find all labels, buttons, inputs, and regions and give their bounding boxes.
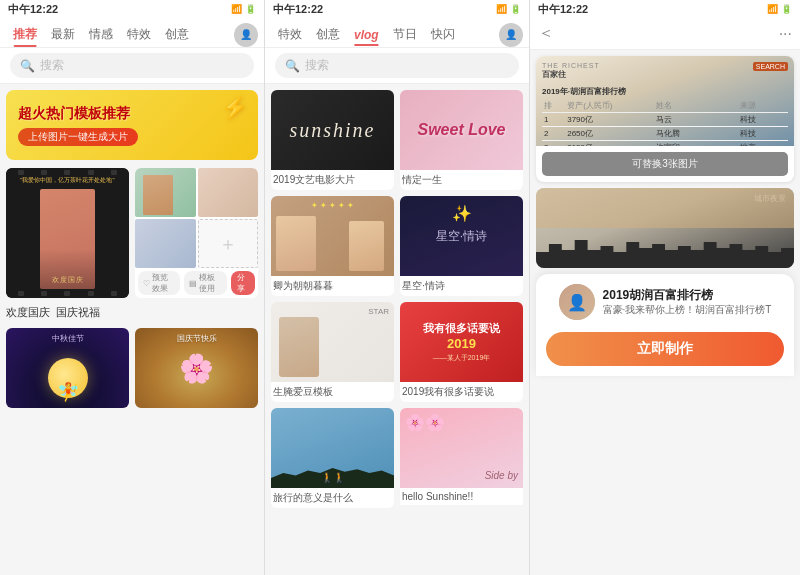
template-travel[interactable]: 🚶🚶 旅行的意义是什么 <box>271 408 394 508</box>
wealth-3: 2100亿 <box>565 141 654 147</box>
search-icon-1: 🔍 <box>20 59 35 73</box>
film-card[interactable]: 欢度国庆 "我爱你中国，亿万茶叶花开处处地" <box>6 168 129 298</box>
richest-table: 排 资产(人民币) 姓名 来源 1 3790亿 马云 科技 <box>542 99 788 146</box>
bottom-sheet-title: 2019胡润百富排行榜 <box>603 287 772 304</box>
sky-gradient <box>536 188 794 228</box>
template-grid-1: sunshine 2019文艺电影大片 Sweet Love 情定一生 <box>271 90 523 190</box>
name-1: 马云 <box>654 113 738 127</box>
tab-recommend[interactable]: 推荐 <box>6 22 44 47</box>
film-hole <box>18 291 24 296</box>
multi-photo-grid: ＋ <box>135 168 258 268</box>
replace-button[interactable]: 可替换3张图片 <box>542 152 788 176</box>
tab-latest[interactable]: 最新 <box>44 22 82 47</box>
template-sweetlove[interactable]: Sweet Love 情定一生 <box>400 90 523 190</box>
card-row-1: 欢度国庆 "我爱你中国，亿万茶叶花开处处地" <box>6 168 258 298</box>
tab-special[interactable]: 特效 <box>120 22 158 47</box>
template-label-travel: 旅行的意义是什么 <box>271 488 394 508</box>
share-btn[interactable]: 分享 <box>231 271 255 295</box>
star-deco: ✨ <box>452 204 472 223</box>
richest-table-preview: 2019年·胡润百富排行榜 排 资产(人民币) 姓名 来源 <box>542 86 788 146</box>
tab-special-2[interactable]: 特效 <box>271 22 309 47</box>
template-label: 模板使用 <box>199 272 222 294</box>
col-industry: 来源 <box>738 99 788 113</box>
status-bar-2: 中午12:22 📶 🔋 <box>265 0 529 18</box>
panel-1: 中午12:22 📶 🔋 推荐 最新 情感 特效 创意 👤 🔍 搜索 ⚡ 超火热门… <box>0 0 265 575</box>
battery-icon-3: 🔋 <box>781 4 792 14</box>
search-placeholder-2: 搜索 <box>305 57 329 74</box>
add-to-collection-btn[interactable]: ♡ 预览效果 <box>138 271 180 295</box>
table-header-row: 排 资产(人民币) 姓名 来源 <box>542 99 788 113</box>
string-lights: ✦ ✦ ✦ ✦ ✦ <box>271 201 394 210</box>
make-now-button[interactable]: 立即制作 <box>546 332 784 366</box>
search-input-2[interactable]: 🔍 搜索 <box>275 53 519 78</box>
film-overlay-text: 欢度国庆 <box>40 275 95 285</box>
template-hello-sunshine[interactable]: 🌸🌸 Side by hello Sunshine!! <box>400 408 523 508</box>
banner-card[interactable]: ⚡ 超火热门模板推荐 上传图片一键生成大片 <box>6 90 258 160</box>
tab-create[interactable]: 创意 <box>158 22 196 47</box>
portrait-morning <box>276 216 316 271</box>
back-button[interactable]: ＜ <box>538 23 554 44</box>
wealth-1: 3790亿 <box>565 113 654 127</box>
industry-3: 地产 <box>738 141 788 147</box>
richest-table-body: 1 3790亿 马云 科技 2 2650亿 马化腾 科技 <box>542 113 788 147</box>
card-labels-row: 欢度国庆 国庆祝福 <box>6 302 258 322</box>
sunshine-text: sunshine <box>290 119 376 142</box>
film2-bg: ✦ ✦ ✦ ✦ ✦ <box>271 196 394 276</box>
multi-photo-card[interactable]: ＋ ♡ 预览效果 ▤ 模板使用 分享 <box>135 168 258 298</box>
tab-creative-2[interactable]: 创意 <box>309 22 347 47</box>
film-hole <box>111 291 117 296</box>
richest-year-title: 2019年·胡润百富排行榜 <box>542 86 788 97</box>
banner-title: 超火热门模板推荐 <box>18 105 246 123</box>
battery-icon: 🔋 <box>245 4 256 14</box>
sweet-love-text: Sweet Love <box>417 121 505 139</box>
panel3-content: THE RICHEST 百家往 SEARCH 2019年·胡润百富排行榜 排 资… <box>530 50 800 575</box>
hello-sunshine-text-wrap: Side by <box>485 465 518 483</box>
template-label-hello: hello Sunshine!! <box>400 488 523 505</box>
template-icon: ▤ <box>189 279 197 288</box>
wealth-2: 2650亿 <box>565 127 654 141</box>
time-3: 中午12:22 <box>538 2 588 17</box>
avatar-1[interactable]: 👤 <box>234 23 258 47</box>
template-btn[interactable]: ▤ 模板使用 <box>184 271 227 295</box>
signal-icon: 📶 <box>231 4 242 14</box>
festival-card-1[interactable]: 🧚 中秋佳节 <box>6 328 129 408</box>
avatar-2[interactable]: 👤 <box>499 23 523 47</box>
status-bar-1: 中午12:22 📶 🔋 <box>0 0 264 18</box>
bottom-sheet-desc-text: 富豪·我来帮你上榜！胡润百富排行榜T <box>603 303 772 317</box>
template-label-star: 星空·情诗 <box>400 276 523 296</box>
status-icons-3: 📶 🔋 <box>767 4 792 14</box>
more-button[interactable]: ··· <box>779 25 792 43</box>
words2019-main: 我有很多话要说 <box>423 321 500 335</box>
multi-photo-wrapper: ＋ ♡ 预览效果 ▤ 模板使用 分享 <box>135 168 258 298</box>
tab-emotion[interactable]: 情感 <box>82 22 120 47</box>
name-3: 许家印 <box>654 141 738 147</box>
avatar-icon-1: 👤 <box>240 29 252 40</box>
search-bar-1: 🔍 搜索 <box>0 48 264 84</box>
template-sunshine[interactable]: sunshine 2019文艺电影大片 <box>271 90 394 190</box>
tab-flash[interactable]: 快闪 <box>424 22 462 47</box>
template-star-poetry[interactable]: ✨ 星空·情诗 星空·情诗 <box>400 196 523 296</box>
city-skyline <box>536 228 794 268</box>
template-words2019[interactable]: 我有很多话要说 2019 ——某人于2019年 2019我有很多话要说 <box>400 302 523 402</box>
table-row: 2 2650亿 马化腾 科技 <box>542 127 788 141</box>
cherry-deco: 🌸🌸 <box>405 413 445 432</box>
industry-1: 科技 <box>738 113 788 127</box>
template-morning[interactable]: ✦ ✦ ✦ ✦ ✦ 卿为朝朝暮暮 <box>271 196 394 296</box>
film-strip-bg: 欢度国庆 "我爱你中国，亿万茶叶花开处处地" <box>6 168 129 298</box>
avatar-face: 👤 <box>559 284 595 320</box>
rank-1: 1 <box>542 113 565 127</box>
tab-holiday[interactable]: 节日 <box>386 22 424 47</box>
sweet-love-bg: Sweet Love <box>400 90 523 170</box>
template-avocado[interactable]: STAR 生腌爱豆模板 <box>271 302 394 402</box>
search-input-1[interactable]: 🔍 搜索 <box>10 53 254 78</box>
tab-vlog[interactable]: vlog <box>347 24 386 46</box>
bottom-sheet-user: 👤 2019胡润百富排行榜 富豪·我来帮你上榜！胡润百富排行榜T <box>559 284 772 320</box>
film-hole <box>64 170 70 175</box>
avocado-bg: STAR <box>271 302 394 382</box>
col-wealth: 资产(人民币) <box>565 99 654 113</box>
col-name: 姓名 <box>654 99 738 113</box>
festival-card-2[interactable]: 🌸 国庆节快乐 <box>135 328 258 408</box>
banner-button[interactable]: 上传图片一键生成大片 <box>18 128 138 146</box>
add-photo-btn[interactable]: ＋ <box>198 219 259 268</box>
search-icon-2: 🔍 <box>285 59 300 73</box>
